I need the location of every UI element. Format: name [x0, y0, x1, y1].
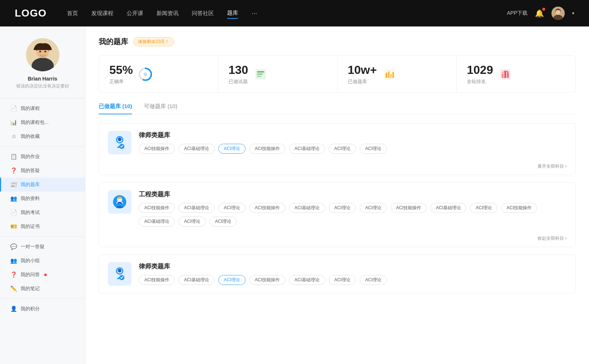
qbank-1-tag-7[interactable]: ACI技能操作	[391, 203, 427, 213]
sidebar-item-my-qa-label: 我的问答	[21, 271, 40, 278]
navbar: LOGO 首页 发现课程 公开课 新闻资讯 问答社区 题库 ··· APP下载 …	[0, 0, 589, 26]
qbank-1-tag-6[interactable]: ACI理论	[360, 203, 387, 213]
stat-ranking-text: 1029 全站排名	[467, 63, 493, 85]
qbank-0-tag-5[interactable]: ACI理论	[329, 144, 356, 154]
svg-point-29	[118, 138, 121, 141]
qbank-0-expand[interactable]: 展开全部科目 ›	[537, 163, 567, 169]
qbank-1-tag-12[interactable]: ACI理论	[179, 217, 206, 226]
sidebar-item-certificate-label: 我的证书	[21, 223, 40, 230]
qbank-2-tag-0[interactable]: ACI技能操作	[139, 275, 175, 285]
qbank-1-tag-11[interactable]: ACI基础理论	[139, 217, 175, 226]
profile-name: Brian Harris	[28, 76, 57, 82]
sidebar-item-group[interactable]: 👥 我的小组	[0, 254, 85, 268]
sidebar-item-my-qa[interactable]: ❓ 我的问答	[0, 268, 85, 282]
qbank-0-tag-3[interactable]: ACI技能操作	[249, 144, 285, 154]
nav-news[interactable]: 新闻资讯	[156, 8, 179, 18]
nav-qa[interactable]: 问答社区	[192, 8, 214, 18]
questions-icon: ❓	[10, 167, 17, 174]
qbank-2-tag-1[interactable]: ACI基础理论	[179, 275, 215, 285]
nav-more[interactable]: ···	[251, 10, 257, 17]
nav-discover[interactable]: 发现课程	[91, 8, 113, 18]
logo[interactable]: LOGO	[15, 7, 46, 19]
nav-home[interactable]: 首页	[67, 8, 78, 18]
svg-rect-21	[392, 72, 394, 78]
qbank-tags-0: ACI技能操作 ACI基础理论 ACI理论 ACI技能操作 ACI基础理论 AC…	[139, 144, 567, 154]
app-download-button[interactable]: APP下载	[507, 10, 528, 17]
qbank-1-tag-8[interactable]: ACI基础理论	[430, 203, 466, 213]
svg-rect-19	[388, 71, 389, 78]
main-content: 我的题库 体验剩余23天！ 55% 正确率	[85, 26, 589, 364]
qbank-tags-2: ACI技能操作 ACI基础理论 ACI理论 ACI技能操作 ACI基础理论 AC…	[139, 275, 567, 285]
ranking-icon	[498, 67, 513, 82]
qbank-1-tag-4[interactable]: ACI基础理论	[289, 203, 325, 213]
sidebar-item-points[interactable]: 👤 我的积分	[0, 302, 85, 316]
page-title: 我的题库	[99, 37, 128, 47]
profile-section: Brian Harris 错误的决定比没有决定要好	[0, 26, 85, 95]
qbank-1-tag-2[interactable]: ACI理论	[218, 203, 246, 213]
stat-ranking: 1029 全站排名	[456, 56, 575, 92]
sidebar-divider-2	[0, 236, 85, 237]
qbank-0-tag-4[interactable]: ACI基础理论	[289, 144, 325, 154]
group-icon: 👥	[10, 257, 17, 264]
exam-icon: 📄	[10, 209, 17, 216]
svg-rect-15	[257, 74, 263, 75]
nav-qbank[interactable]: 题库	[227, 8, 238, 19]
page-header: 我的题库 体验剩余23天！	[99, 37, 576, 47]
user-avatar[interactable]	[551, 7, 565, 20]
sidebar-item-questions[interactable]: ❓ 我的答疑	[0, 164, 85, 178]
sidebar-item-course-package[interactable]: 📊 我的课程包...	[0, 115, 85, 129]
svg-point-12	[144, 72, 147, 76]
user-dropdown-arrow[interactable]: ▾	[572, 11, 574, 16]
one-on-one-icon: 💬	[10, 243, 17, 250]
sidebar-item-points-label: 我的积分	[21, 306, 40, 312]
qa-notification-badge	[44, 274, 47, 276]
sidebar: Brian Harris 错误的决定比没有决定要好 📄 我的课程 📊 我的课程包…	[0, 26, 85, 364]
svg-rect-18	[386, 73, 387, 78]
certificate-icon: 🎫	[10, 223, 17, 230]
qbank-2-tag-6[interactable]: ACI理论	[360, 275, 387, 285]
profile-avatar	[26, 38, 59, 71]
qbank-0-tag-1[interactable]: ACI基础理论	[179, 144, 215, 154]
tab-available[interactable]: 可做题库 (10)	[144, 103, 177, 114]
qbank-2-tag-4[interactable]: ACI基础理论	[289, 275, 325, 285]
nav-right: APP下载 🔔 ▾	[507, 7, 574, 20]
qbank-1-collapse[interactable]: 收起全部科目 ›	[537, 235, 567, 242]
sidebar-item-certificate[interactable]: 🎫 我的证书	[0, 220, 85, 233]
qbank-1-tag-1[interactable]: ACI基础理论	[179, 203, 215, 213]
qbank-name-1: 工程类题库	[139, 190, 567, 199]
stat-accuracy-text: 55% 正确率	[109, 63, 133, 85]
qbank-1-tag-10[interactable]: ACI技能操作	[501, 203, 537, 213]
qbank-2-tag-3[interactable]: ACI技能操作	[249, 275, 285, 285]
qbank-card-1: 工程类题库 ACI技能操作 ACI基础理论 ACI理论 ACI技能操作 ACI基…	[99, 182, 576, 247]
svg-point-9	[44, 51, 46, 53]
sidebar-menu: 📄 我的课程 📊 我的课程包... ☆ 我的收藏 📋 我的作业 ❓ 我的答疑 �	[0, 101, 85, 316]
trial-badge: 体验剩余23天！	[133, 37, 174, 46]
stats-row: 55% 正确率 130 已做试题	[99, 56, 576, 93]
qbank-2-tag-2[interactable]: ACI理论	[218, 275, 246, 285]
qbank-0-tag-6[interactable]: ACI理论	[360, 144, 387, 154]
qbank-1-tag-3[interactable]: ACI技能操作	[249, 203, 285, 213]
notification-bell[interactable]: 🔔	[535, 9, 544, 18]
points-icon: 👤	[10, 306, 17, 312]
qbank-footer-1: 收起全部科目 ›	[99, 234, 575, 247]
qbank-0-tag-0[interactable]: ACI技能操作	[139, 144, 175, 154]
nav-open-course[interactable]: 公开课	[127, 8, 143, 18]
sidebar-item-favorites[interactable]: ☆ 我的收藏	[0, 129, 85, 143]
sidebar-item-my-course[interactable]: 📄 我的课程	[0, 101, 85, 115]
qbank-1-tag-13[interactable]: ACI理论	[209, 217, 237, 226]
qbank-1-tag-0[interactable]: ACI技能操作	[139, 203, 175, 213]
sidebar-item-materials[interactable]: 👥 我的资料	[0, 192, 85, 206]
sidebar-item-1on1[interactable]: 💬 一对一答疑	[0, 240, 85, 254]
sidebar-item-homework[interactable]: 📋 我的作业	[0, 150, 85, 164]
tab-bar: 已做题库 (10) 可做题库 (10)	[99, 103, 576, 114]
qbank-info-1: 工程类题库 ACI技能操作 ACI基础理论 ACI理论 ACI技能操作 ACI基…	[139, 190, 567, 226]
sidebar-item-exam[interactable]: 📄 我的考试	[0, 206, 85, 220]
qbank-1-tag-5[interactable]: ACI理论	[329, 203, 356, 213]
sidebar-item-notes[interactable]: ✏️ 我的笔记	[0, 282, 85, 296]
sidebar-item-qbank[interactable]: 📰 我的题库	[0, 178, 85, 192]
tab-done[interactable]: 已做题库 (10)	[99, 103, 132, 114]
qbank-name-0: 律师类题库	[139, 131, 567, 139]
qbank-1-tag-9[interactable]: ACI理论	[470, 203, 497, 213]
qbank-2-tag-5[interactable]: ACI理论	[329, 275, 356, 285]
qbank-0-tag-2[interactable]: ACI理论	[218, 144, 246, 154]
